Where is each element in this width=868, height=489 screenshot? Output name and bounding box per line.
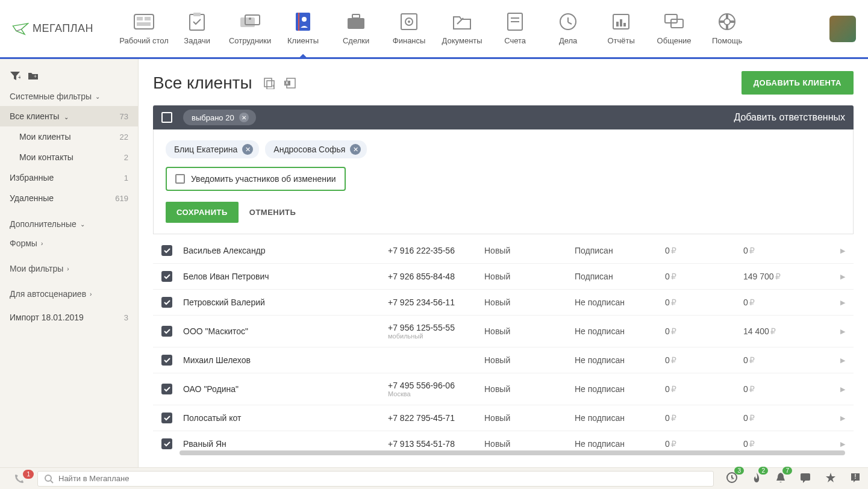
auto-filters-header[interactable]: Для автосценариев› (0, 284, 138, 304)
bell-button[interactable]: 7 (775, 472, 786, 485)
selection-action[interactable]: Добавить ответственных (734, 112, 845, 123)
sidebar-tools: + + (0, 71, 138, 87)
notify-row: Уведомить участников об изменении (166, 167, 346, 191)
search-input[interactable] (58, 474, 707, 483)
phone-sub: мобильный (388, 332, 484, 340)
nav-help[interactable]: Помощь (701, 2, 754, 56)
folder-add-icon[interactable]: + (28, 71, 39, 81)
logo[interactable]: МЕГАПЛАН (12, 22, 93, 36)
phone-badge: 1 (23, 470, 34, 479)
main: + + Системные фильтры⌄ Все клиенты ⌄73 М… (0, 59, 868, 467)
amount-1: 0₽ (665, 326, 743, 336)
search-bar (37, 471, 714, 487)
message-button[interactable] (799, 472, 811, 485)
sidebar-item-favorites[interactable]: Избранные1 (0, 167, 138, 188)
chevron-right-icon[interactable]: ▶ (840, 385, 845, 393)
amount-1: 0₽ (665, 439, 743, 449)
remove-chip-icon[interactable]: ✕ (350, 144, 361, 155)
copy-icon[interactable]: + (263, 77, 275, 89)
svg-point-11 (302, 17, 307, 22)
nav-todos[interactable]: Дела (542, 2, 595, 56)
client-phone: +7 495 556-96-06Москва (388, 381, 484, 397)
row-checkbox[interactable] (161, 413, 172, 423)
client-name: Петровский Валерий (183, 297, 388, 307)
my-filters-header[interactable]: Мои фильтры› (0, 259, 138, 278)
add-client-button[interactable]: ДОБАВИТЬ КЛИЕНТА (742, 71, 854, 95)
table-row[interactable]: Полосатый кот +7 822 795-45-71 Новый Не … (153, 405, 854, 431)
svg-rect-24 (616, 22, 619, 26)
additional-filters-header[interactable]: Дополнительные⌄ (0, 214, 138, 234)
clock-button[interactable]: !3 (726, 472, 738, 485)
forms-header[interactable]: Формы› (0, 234, 138, 253)
svg-rect-10 (298, 13, 299, 31)
row-checkbox[interactable] (161, 355, 172, 366)
filter-icon[interactable]: + (10, 71, 20, 81)
nav-clients[interactable]: Клиенты (276, 2, 329, 56)
star-icon (825, 472, 837, 484)
chips: Блиц Екатерина✕ Андросова Софья✕ (166, 140, 841, 158)
deals-icon (346, 13, 366, 30)
finance-icon (400, 13, 418, 31)
svg-rect-37 (264, 78, 272, 87)
sidebar-item-my-contacts[interactable]: Мои контакты2 (0, 147, 138, 167)
chevron-right-icon[interactable]: ▶ (840, 328, 845, 335)
selection-count: выбрано 20 (192, 113, 234, 122)
table-row[interactable]: Рваный Ян +7 913 554-51-78 Новый Не подп… (153, 431, 854, 450)
sidebar-item-import[interactable]: Импорт 18.01.20193 (0, 307, 138, 328)
table-row[interactable]: ООО "Маскитос" +7 956 125-55-55мобильный… (153, 316, 854, 347)
sidebar-item-my-clients[interactable]: Мои клиенты22 (0, 126, 138, 147)
row-checkbox[interactable] (161, 271, 172, 282)
nav-reports[interactable]: Отчёты (595, 2, 648, 56)
client-phone: +7 926 855-84-48 (388, 272, 484, 281)
amount-2: 0₽ (743, 246, 822, 255)
horizontal-scrollbar[interactable] (180, 450, 845, 455)
table-row[interactable]: Михаил Шелехов Новый Не подписан 0₽ 0₽ ▶ (153, 347, 854, 373)
excel-icon[interactable]: X (284, 77, 296, 89)
table-row[interactable]: Белов Иван Петрович +7 926 855-84-48 Нов… (153, 264, 854, 290)
chevron-right-icon[interactable]: ▶ (840, 440, 845, 448)
nav-deals[interactable]: Сделки (329, 2, 382, 56)
chevron-right-icon[interactable]: ▶ (840, 414, 845, 422)
table-row[interactable]: ОАО "Родина" +7 495 556-96-06Москва Новы… (153, 373, 854, 405)
nav-chat[interactable]: Общение (648, 2, 701, 56)
client-contract: Не подписан (575, 297, 665, 307)
sidebar-item-deleted[interactable]: Удаленные619 (0, 188, 138, 208)
remove-chip-icon[interactable]: ✕ (242, 144, 253, 155)
row-checkbox[interactable] (161, 297, 172, 308)
sidebar-item-all-clients[interactable]: Все клиенты ⌄73 (0, 106, 138, 126)
nav-invoices[interactable]: Счета (489, 2, 542, 56)
nav: Рабочий стол Задачи Сотрудники Клиенты С… (117, 2, 754, 56)
save-button[interactable]: СОХРАНИТЬ (166, 202, 239, 223)
clear-selection-icon[interactable]: ✕ (239, 113, 249, 122)
chevron-right-icon[interactable]: ▶ (840, 299, 845, 307)
alert-button[interactable]: ! (850, 472, 861, 485)
phone-button[interactable]: 1 (7, 473, 31, 484)
amount-2: 0₽ (743, 355, 822, 365)
table-row[interactable]: Петровский Валерий +7 925 234-56-11 Новы… (153, 290, 854, 316)
row-checkbox[interactable] (161, 438, 172, 449)
notify-checkbox[interactable] (175, 174, 185, 184)
nav-employees[interactable]: Сотрудники (223, 2, 276, 56)
client-contract: Не подписан (575, 413, 665, 423)
row-checkbox[interactable] (161, 245, 172, 256)
system-filters-header[interactable]: Системные фильтры⌄ (0, 87, 138, 106)
row-checkbox[interactable] (161, 326, 172, 337)
avatar[interactable] (829, 16, 856, 42)
nav-desktop[interactable]: Рабочий стол (117, 2, 170, 56)
master-checkbox[interactable] (161, 112, 172, 123)
chevron-right-icon[interactable]: ▶ (840, 273, 845, 281)
nav-tasks[interactable]: Задачи (170, 2, 223, 56)
chevron-right-icon[interactable]: ▶ (840, 357, 845, 364)
client-status: Новый (484, 272, 575, 281)
star-button[interactable] (825, 472, 837, 485)
nav-documents[interactable]: Документы (436, 2, 489, 56)
cancel-button[interactable]: ОТМЕНИТЬ (249, 208, 296, 217)
row-checkbox[interactable] (161, 384, 172, 394)
documents-icon (452, 13, 472, 30)
table-row[interactable]: Васильев Александр +7 916 222-35-56 Новы… (153, 238, 854, 264)
amount-2: 0₽ (743, 439, 822, 449)
tasks-icon (189, 12, 205, 31)
nav-finance[interactable]: Финансы (382, 2, 436, 56)
chevron-right-icon[interactable]: ▶ (840, 247, 845, 255)
fire-button[interactable]: 2 (751, 472, 762, 485)
